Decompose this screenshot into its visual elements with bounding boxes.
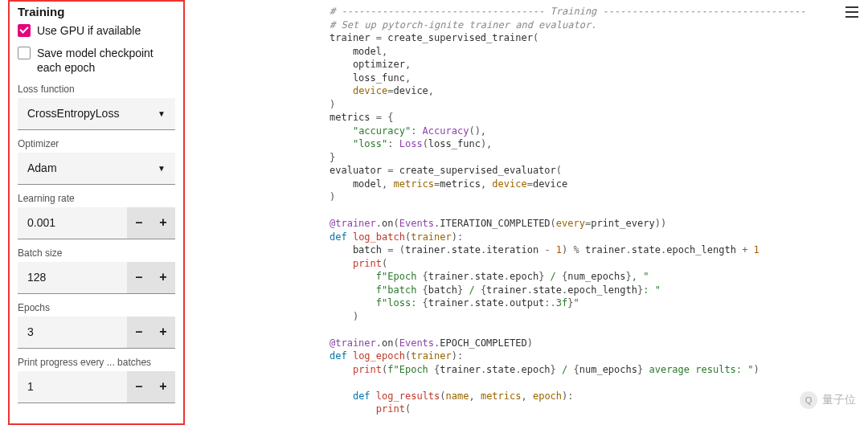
print-every-decrement[interactable]: – [127, 371, 151, 403]
batch-size-input[interactable]: 128 [18, 262, 127, 294]
checkbox-gpu-label: Use GPU if available [37, 23, 141, 38]
watermark-icon: Q [800, 391, 817, 409]
code-comment: # ----------------------------------- Tr… [330, 6, 805, 17]
learning-rate-label: Learning rate [18, 193, 175, 204]
epochs-increment[interactable]: + [151, 317, 175, 349]
checkbox-save-label: Save model checkpoint each epoch [37, 46, 175, 75]
batch-size-stepper: 128 – + [18, 262, 175, 294]
epochs-decrement[interactable]: – [127, 317, 151, 349]
loss-function-value: CrossEntropyLoss [27, 107, 119, 120]
print-every-input[interactable]: 1 [18, 371, 127, 403]
optimizer-value: Adam [27, 161, 57, 174]
chevron-down-icon: ▼ [158, 164, 166, 173]
optimizer-select[interactable]: Adam ▼ [18, 153, 175, 185]
watermark: Q 量子位 [800, 391, 856, 409]
code-comment: # Set up pytorch-ignite trainer and eval… [330, 19, 596, 31]
learning-rate-input[interactable]: 0.001 [18, 207, 127, 239]
checkbox-gpu[interactable] [18, 24, 31, 37]
learning-rate-decrement[interactable]: – [127, 207, 151, 239]
epochs-label: Epochs [18, 302, 175, 313]
epochs-input[interactable]: 3 [18, 317, 127, 349]
batch-size-increment[interactable]: + [151, 262, 175, 294]
batch-size-decrement[interactable]: – [127, 262, 151, 294]
checkbox-row-gpu[interactable]: Use GPU if available [18, 23, 175, 38]
print-every-increment[interactable]: + [151, 371, 175, 403]
batch-size-label: Batch size [18, 247, 175, 259]
section-title: Training [18, 5, 175, 18]
watermark-text: 量子位 [822, 393, 856, 407]
checkbox-save[interactable] [18, 47, 31, 59]
optimizer-label: Optimizer [18, 138, 175, 149]
loss-function-label: Loss function [18, 84, 175, 95]
loss-function-select[interactable]: CrossEntropyLoss ▼ [18, 98, 175, 130]
checkbox-row-save[interactable]: Save model checkpoint each epoch [18, 46, 175, 75]
learning-rate-stepper: 0.001 – + [18, 207, 175, 239]
print-every-label: Print progress every ... batches [18, 357, 175, 368]
print-every-stepper: 1 – + [18, 371, 175, 403]
code-editor[interactable]: # ----------------------------------- Tr… [330, 0, 852, 425]
chevron-down-icon: ▼ [158, 109, 166, 118]
training-sidebar: Training Use GPU if available Save model… [8, 0, 185, 425]
epochs-stepper: 3 – + [18, 317, 175, 349]
learning-rate-increment[interactable]: + [151, 207, 175, 239]
